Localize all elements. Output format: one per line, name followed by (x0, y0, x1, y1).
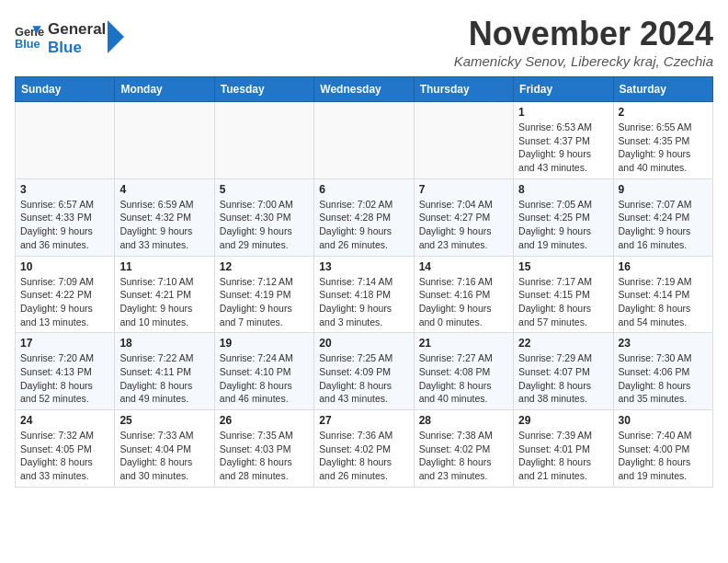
day-number: 25 (119, 414, 209, 427)
day-info: Sunrise: 6:59 AM Sunset: 4:32 PM Dayligh… (119, 198, 209, 252)
weekday-header-friday: Friday (514, 77, 613, 102)
calendar-day-cell: 29Sunrise: 7:39 AM Sunset: 4:01 PM Dayli… (514, 410, 613, 488)
day-info: Sunrise: 7:39 AM Sunset: 4:01 PM Dayligh… (518, 429, 608, 483)
day-info: Sunrise: 7:32 AM Sunset: 4:05 PM Dayligh… (20, 429, 109, 483)
day-number: 20 (319, 337, 408, 350)
calendar-day-cell: 15Sunrise: 7:17 AM Sunset: 4:15 PM Dayli… (514, 256, 613, 333)
calendar-day-cell: 5Sunrise: 7:00 AM Sunset: 4:30 PM Daylig… (214, 178, 313, 256)
calendar-week-row: 24Sunrise: 7:32 AM Sunset: 4:05 PM Dayli… (16, 410, 713, 488)
day-info: Sunrise: 7:33 AM Sunset: 4:04 PM Dayligh… (119, 429, 209, 483)
calendar-day-cell: 6Sunrise: 7:02 AM Sunset: 4:28 PM Daylig… (314, 178, 414, 256)
header: General Blue General Blue November 2024 … (15, 15, 713, 69)
day-info: Sunrise: 7:25 AM Sunset: 4:09 PM Dayligh… (319, 351, 408, 406)
day-info: Sunrise: 7:40 AM Sunset: 4:00 PM Dayligh… (619, 429, 708, 483)
day-info: Sunrise: 7:05 AM Sunset: 4:25 PM Dayligh… (518, 198, 608, 252)
day-number: 13 (319, 260, 408, 273)
calendar-day-cell: 12Sunrise: 7:12 AM Sunset: 4:19 PM Dayli… (214, 256, 313, 333)
day-info: Sunrise: 6:53 AM Sunset: 4:37 PM Dayligh… (518, 121, 608, 175)
day-info: Sunrise: 7:00 AM Sunset: 4:30 PM Dayligh… (220, 198, 309, 252)
day-number: 19 (220, 337, 309, 350)
day-info: Sunrise: 7:02 AM Sunset: 4:28 PM Dayligh… (319, 198, 408, 252)
day-info: Sunrise: 7:12 AM Sunset: 4:19 PM Dayligh… (220, 275, 309, 329)
weekday-header-thursday: Thursday (414, 77, 513, 102)
day-info: Sunrise: 7:27 AM Sunset: 4:08 PM Dayligh… (419, 351, 508, 406)
day-info: Sunrise: 7:38 AM Sunset: 4:02 PM Dayligh… (419, 429, 508, 483)
day-number: 3 (20, 183, 109, 196)
day-info: Sunrise: 7:29 AM Sunset: 4:07 PM Dayligh… (518, 351, 608, 406)
weekday-header-saturday: Saturday (613, 77, 712, 102)
day-number: 27 (319, 414, 408, 427)
day-number: 5 (220, 183, 309, 196)
day-number: 6 (319, 183, 408, 196)
weekday-header-sunday: Sunday (16, 77, 115, 102)
day-info: Sunrise: 7:20 AM Sunset: 4:13 PM Dayligh… (20, 351, 109, 406)
calendar-table: SundayMondayTuesdayWednesdayThursdayFrid… (15, 76, 713, 488)
calendar-day-cell: 16Sunrise: 7:19 AM Sunset: 4:14 PM Dayli… (613, 256, 712, 333)
empty-day-cell (115, 102, 214, 179)
calendar-day-cell: 13Sunrise: 7:14 AM Sunset: 4:18 PM Dayli… (314, 256, 414, 333)
calendar-header-row: SundayMondayTuesdayWednesdayThursdayFrid… (16, 77, 713, 102)
day-info: Sunrise: 7:07 AM Sunset: 4:24 PM Dayligh… (619, 198, 708, 252)
calendar-week-row: 10Sunrise: 7:09 AM Sunset: 4:22 PM Dayli… (16, 256, 713, 333)
empty-day-cell (314, 102, 414, 179)
calendar-day-cell: 26Sunrise: 7:35 AM Sunset: 4:03 PM Dayli… (214, 410, 313, 488)
calendar-day-cell: 20Sunrise: 7:25 AM Sunset: 4:09 PM Dayli… (314, 333, 414, 410)
day-info: Sunrise: 7:09 AM Sunset: 4:22 PM Dayligh… (20, 275, 109, 329)
day-info: Sunrise: 7:24 AM Sunset: 4:10 PM Dayligh… (220, 351, 309, 406)
calendar-day-cell: 9Sunrise: 7:07 AM Sunset: 4:24 PM Daylig… (613, 178, 712, 256)
day-number: 22 (518, 337, 608, 350)
calendar-day-cell: 7Sunrise: 7:04 AM Sunset: 4:27 PM Daylig… (414, 178, 513, 256)
empty-day-cell (414, 102, 513, 179)
day-info: Sunrise: 7:04 AM Sunset: 4:27 PM Dayligh… (419, 198, 508, 252)
day-number: 23 (619, 337, 708, 350)
calendar-day-cell: 27Sunrise: 7:36 AM Sunset: 4:02 PM Dayli… (314, 410, 414, 488)
calendar-week-row: 17Sunrise: 7:20 AM Sunset: 4:13 PM Dayli… (16, 333, 713, 410)
weekday-header-tuesday: Tuesday (214, 77, 313, 102)
title-area: November 2024 Kamenicky Senov, Liberecky… (454, 15, 713, 69)
day-info: Sunrise: 6:57 AM Sunset: 4:33 PM Dayligh… (20, 198, 109, 252)
day-number: 28 (419, 414, 508, 427)
day-info: Sunrise: 7:16 AM Sunset: 4:16 PM Dayligh… (419, 275, 508, 329)
weekday-header-monday: Monday (115, 77, 214, 102)
calendar-day-cell: 19Sunrise: 7:24 AM Sunset: 4:10 PM Dayli… (214, 333, 313, 410)
svg-marker-3 (108, 20, 124, 53)
day-number: 16 (619, 260, 708, 273)
calendar-week-row: 1Sunrise: 6:53 AM Sunset: 4:37 PM Daylig… (16, 102, 713, 179)
day-number: 14 (419, 260, 508, 273)
day-number: 4 (119, 183, 209, 196)
month-title: November 2024 (454, 15, 713, 53)
day-info: Sunrise: 6:55 AM Sunset: 4:35 PM Dayligh… (619, 121, 708, 175)
calendar-day-cell: 14Sunrise: 7:16 AM Sunset: 4:16 PM Dayli… (414, 256, 513, 333)
day-info: Sunrise: 7:36 AM Sunset: 4:02 PM Dayligh… (319, 429, 408, 483)
day-info: Sunrise: 7:10 AM Sunset: 4:21 PM Dayligh… (119, 275, 209, 329)
calendar-day-cell: 10Sunrise: 7:09 AM Sunset: 4:22 PM Dayli… (16, 256, 115, 333)
day-number: 26 (220, 414, 309, 427)
logo-icon: General Blue (15, 23, 44, 52)
day-number: 11 (119, 260, 209, 273)
day-info: Sunrise: 7:19 AM Sunset: 4:14 PM Dayligh… (619, 275, 708, 329)
day-info: Sunrise: 7:30 AM Sunset: 4:06 PM Dayligh… (619, 351, 708, 406)
logo-arrow-icon (108, 20, 124, 53)
logo-general: General (48, 20, 106, 39)
day-info: Sunrise: 7:35 AM Sunset: 4:03 PM Dayligh… (220, 429, 309, 483)
day-number: 10 (20, 260, 109, 273)
calendar-day-cell: 1Sunrise: 6:53 AM Sunset: 4:37 PM Daylig… (514, 102, 613, 179)
empty-day-cell (16, 102, 115, 179)
calendar-day-cell: 3Sunrise: 6:57 AM Sunset: 4:33 PM Daylig… (16, 178, 115, 256)
day-number: 1 (518, 106, 608, 119)
day-number: 2 (619, 106, 708, 119)
day-number: 17 (20, 337, 109, 350)
day-number: 12 (220, 260, 309, 273)
calendar-day-cell: 21Sunrise: 7:27 AM Sunset: 4:08 PM Dayli… (414, 333, 513, 410)
calendar-day-cell: 25Sunrise: 7:33 AM Sunset: 4:04 PM Dayli… (115, 410, 214, 488)
svg-text:Blue: Blue (15, 37, 40, 51)
day-number: 21 (419, 337, 508, 350)
empty-day-cell (214, 102, 313, 179)
calendar-day-cell: 4Sunrise: 6:59 AM Sunset: 4:32 PM Daylig… (115, 178, 214, 256)
calendar-day-cell: 23Sunrise: 7:30 AM Sunset: 4:06 PM Dayli… (613, 333, 712, 410)
calendar-day-cell: 8Sunrise: 7:05 AM Sunset: 4:25 PM Daylig… (514, 178, 613, 256)
calendar-week-row: 3Sunrise: 6:57 AM Sunset: 4:33 PM Daylig… (16, 178, 713, 256)
day-number: 8 (518, 183, 608, 196)
logo: General Blue General Blue (15, 18, 124, 56)
calendar-day-cell: 28Sunrise: 7:38 AM Sunset: 4:02 PM Dayli… (414, 410, 513, 488)
